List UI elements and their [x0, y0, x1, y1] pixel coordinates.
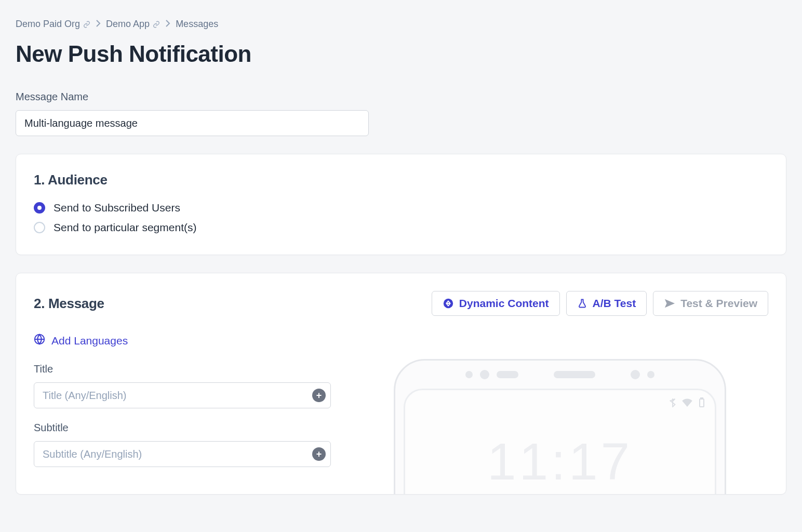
breadcrumb: Demo Paid Org Demo App Messages	[16, 0, 786, 30]
subtitle-add-button[interactable]: +	[312, 447, 326, 461]
audience-card: 1. Audience Send to Subscribed Users Sen…	[16, 154, 786, 255]
message-name-input[interactable]	[16, 110, 369, 136]
link-icon	[83, 21, 90, 28]
message-name-label: Message Name	[16, 91, 786, 103]
message-card: 2. Message Dynamic Content A/B Test	[16, 273, 786, 495]
test-preview-button[interactable]: Test & Preview	[653, 291, 768, 316]
battery-icon	[698, 397, 705, 410]
radio-icon	[34, 202, 45, 214]
breadcrumb-org[interactable]: Demo Paid Org	[16, 19, 90, 30]
svg-rect-2	[700, 399, 704, 407]
title-label: Title	[34, 363, 331, 375]
message-heading: 2. Message	[34, 296, 104, 312]
audience-heading: 1. Audience	[34, 172, 768, 188]
add-languages-label: Add Languages	[51, 335, 128, 347]
ab-test-label: A/B Test	[593, 297, 636, 310]
dynamic-content-button[interactable]: Dynamic Content	[432, 291, 560, 316]
phone-preview: 11:17	[352, 363, 768, 494]
audience-radio-label: Send to particular segment(s)	[54, 221, 196, 234]
ab-test-button[interactable]: A/B Test	[566, 291, 647, 316]
globe-swap-icon	[443, 298, 454, 309]
bluetooth-icon	[669, 398, 676, 409]
globe-icon	[34, 334, 45, 348]
radio-icon	[34, 222, 45, 233]
link-icon	[153, 21, 160, 28]
chevron-right-icon	[96, 20, 101, 29]
plus-icon: +	[316, 390, 322, 401]
dynamic-content-label: Dynamic Content	[459, 297, 549, 310]
breadcrumb-app-label: Demo App	[106, 19, 150, 30]
page-title: New Push Notification	[16, 41, 786, 67]
add-languages-button[interactable]: Add Languages	[34, 334, 768, 348]
title-add-button[interactable]: +	[312, 389, 326, 402]
breadcrumb-app[interactable]: Demo App	[106, 19, 160, 30]
flask-icon	[577, 298, 587, 309]
audience-radio-subscribed[interactable]: Send to Subscribed Users	[34, 202, 768, 214]
audience-radio-label: Send to Subscribed Users	[54, 202, 180, 214]
test-preview-label: Test & Preview	[680, 297, 757, 310]
wifi-icon	[681, 398, 693, 409]
subtitle-input[interactable]	[34, 441, 331, 467]
breadcrumb-org-label: Demo Paid Org	[16, 19, 80, 30]
preview-clock: 11:17	[405, 432, 715, 491]
breadcrumb-section-label: Messages	[176, 19, 218, 30]
svg-rect-3	[701, 398, 703, 399]
plus-icon: +	[316, 449, 322, 460]
title-input[interactable]	[34, 382, 331, 408]
breadcrumb-section[interactable]: Messages	[176, 19, 218, 30]
send-icon	[664, 298, 675, 309]
chevron-right-icon	[165, 20, 170, 29]
audience-radio-segments[interactable]: Send to particular segment(s)	[34, 221, 768, 234]
subtitle-label: Subtitle	[34, 422, 331, 434]
